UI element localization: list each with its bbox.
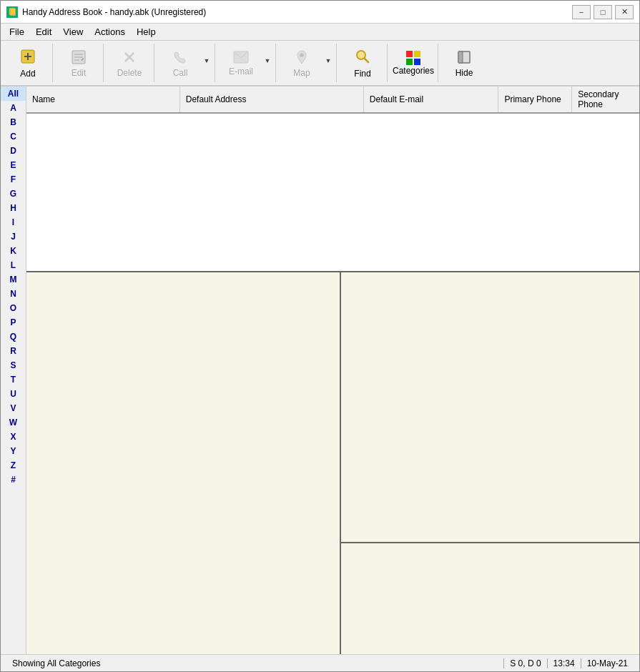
main-area: All A B C D E F G H I J K L M N O P Q R … <box>1 87 639 654</box>
cat-yellow <box>414 51 420 57</box>
close-button[interactable]: ✕ <box>615 5 634 19</box>
add-button[interactable]: Add <box>6 43 49 83</box>
detail-left-panel <box>26 272 341 654</box>
toolbar-group-find: Find <box>341 44 388 82</box>
alpha-b[interactable]: B <box>1 115 26 129</box>
alpha-n[interactable]: N <box>1 287 26 301</box>
cat-blue <box>414 59 420 65</box>
alpha-t[interactable]: T <box>1 372 26 387</box>
alpha-h[interactable]: H <box>1 201 26 215</box>
detail-right-panels <box>341 272 639 654</box>
col-secondary-phone[interactable]: Secondary Phone <box>572 87 639 113</box>
toolbar-group-delete: Delete <box>108 44 154 82</box>
map-arrow[interactable]: ▼ <box>323 57 333 69</box>
email-button[interactable]: E-mail <box>220 43 262 83</box>
find-icon <box>354 48 371 68</box>
window-title: Handy Address Book - handy.abk (Unregist… <box>22 7 572 17</box>
add-label: Add <box>20 69 35 78</box>
find-button[interactable]: Find <box>341 43 384 83</box>
toolbar-group-edit: Edit <box>57 44 104 82</box>
table-header-row: Name Default Address Default E-mail Prim… <box>26 87 639 113</box>
edit-button[interactable]: Edit <box>57 43 100 83</box>
status-message: Showing All Categories <box>6 658 504 668</box>
minimize-button[interactable]: − <box>572 5 591 19</box>
delete-icon <box>122 49 137 67</box>
detail-panels <box>26 272 639 654</box>
add-icon <box>19 48 36 68</box>
alpha-v[interactable]: V <box>1 401 26 415</box>
toolbar-group-categories: Categories <box>392 44 438 82</box>
menu-view[interactable]: View <box>57 25 89 39</box>
status-stats: S 0, D 0 <box>504 658 547 668</box>
map-label: Map <box>293 69 310 77</box>
svg-line-12 <box>365 59 369 63</box>
edit-label: Edit <box>72 69 87 77</box>
hide-label: Hide <box>456 69 473 77</box>
alpha-a[interactable]: A <box>1 101 26 115</box>
alpha-l[interactable]: L <box>1 258 26 272</box>
hide-icon <box>456 49 472 67</box>
call-label: Call <box>173 69 188 77</box>
alpha-f[interactable]: F <box>1 172 26 187</box>
menu-actions[interactable]: Actions <box>89 25 131 39</box>
window-controls: − □ ✕ <box>572 5 634 19</box>
call-arrow[interactable]: ▼ <box>202 57 212 69</box>
alpha-all[interactable]: All <box>1 87 26 101</box>
edit-icon <box>71 49 87 67</box>
alpha-hash[interactable]: # <box>1 473 26 487</box>
menu-help[interactable]: Help <box>131 25 162 39</box>
email-arrow[interactable]: ▼ <box>262 57 272 69</box>
title-bar: 📒 Handy Address Book - handy.abk (Unregi… <box>1 1 639 24</box>
detail-top-right-panel <box>341 272 639 543</box>
col-primary-phone[interactable]: Primary Phone <box>498 87 572 113</box>
delete-button[interactable]: Delete <box>108 43 151 83</box>
content-area: All A B C D E F G H I J K L M N O P Q R … <box>1 87 639 654</box>
call-button[interactable]: Call <box>159 43 202 83</box>
main-window: 📒 Handy Address Book - handy.abk (Unregi… <box>0 0 640 672</box>
toolbar-group-email: E-mail ▼ <box>220 44 276 82</box>
alpha-s[interactable]: S <box>1 358 26 372</box>
right-content: Name Default Address Default E-mail Prim… <box>26 87 639 654</box>
alpha-o[interactable]: O <box>1 301 26 315</box>
alpha-j[interactable]: J <box>1 229 26 244</box>
categories-button[interactable]: Categories <box>392 43 435 83</box>
toolbar: Add Edit <box>1 41 639 87</box>
alpha-y[interactable]: Y <box>1 444 26 458</box>
toolbar-group-add: Add <box>6 44 53 82</box>
alpha-e[interactable]: E <box>1 158 26 172</box>
col-address[interactable]: Default Address <box>179 87 363 113</box>
alpha-z[interactable]: Z <box>1 458 26 473</box>
alpha-c[interactable]: C <box>1 129 26 144</box>
col-email[interactable]: Default E-mail <box>363 87 498 113</box>
col-name[interactable]: Name <box>26 87 179 113</box>
hide-button[interactable]: Hide <box>443 43 486 83</box>
svg-rect-14 <box>458 51 463 63</box>
alpha-q[interactable]: Q <box>1 330 26 344</box>
status-bar: Showing All Categories S 0, D 0 13:34 10… <box>1 654 639 671</box>
alpha-g[interactable]: G <box>1 187 26 201</box>
email-icon <box>233 51 249 66</box>
contact-table-area[interactable]: Name Default Address Default E-mail Prim… <box>26 87 639 272</box>
maximize-button[interactable]: □ <box>594 5 612 19</box>
alpha-p[interactable]: P <box>1 315 26 330</box>
alpha-w[interactable]: W <box>1 415 26 430</box>
contact-table: Name Default Address Default E-mail Prim… <box>26 87 639 114</box>
alphabet-sidebar: All A B C D E F G H I J K L M N O P Q R … <box>1 87 26 654</box>
status-time: 13:34 <box>548 658 581 668</box>
menu-edit[interactable]: Edit <box>30 25 57 39</box>
alpha-u[interactable]: U <box>1 387 26 401</box>
menu-file[interactable]: File <box>4 25 30 39</box>
alpha-x[interactable]: X <box>1 430 26 444</box>
toolbar-group-hide: Hide <box>443 44 488 82</box>
app-icon: 📒 <box>6 6 18 18</box>
find-label: Find <box>354 69 370 78</box>
alpha-d[interactable]: D <box>1 144 26 158</box>
alpha-k[interactable]: K <box>1 244 26 258</box>
map-button[interactable]: Map <box>280 43 323 83</box>
alpha-r[interactable]: R <box>1 344 26 358</box>
delete-label: Delete <box>117 69 142 77</box>
categories-label: Categories <box>393 66 434 75</box>
alpha-i[interactable]: I <box>1 215 26 229</box>
cat-green <box>406 59 413 65</box>
alpha-m[interactable]: M <box>1 272 26 287</box>
